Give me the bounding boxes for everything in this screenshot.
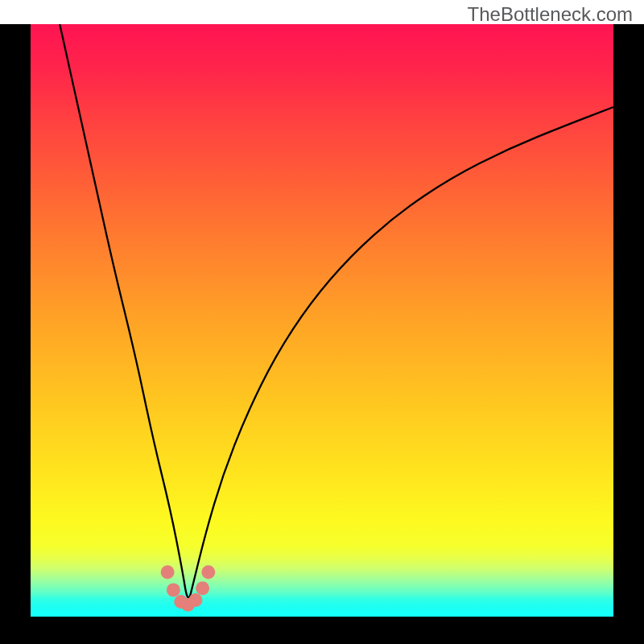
curve-svg bbox=[31, 24, 613, 617]
marker-point bbox=[161, 565, 175, 579]
frame-left bbox=[0, 24, 31, 644]
optimal-cluster bbox=[161, 565, 216, 611]
watermark-text: TheBottleneck.com bbox=[468, 3, 633, 26]
marker-point bbox=[167, 583, 180, 597]
frame-bottom bbox=[0, 617, 644, 644]
frame-right bbox=[613, 24, 644, 644]
marker-point bbox=[196, 581, 209, 595]
marker-point bbox=[188, 593, 202, 607]
chart-container: TheBottleneck.com bbox=[0, 0, 644, 644]
marker-point bbox=[201, 565, 215, 579]
plot-area bbox=[31, 24, 613, 617]
bottleneck-curve bbox=[60, 24, 613, 597]
